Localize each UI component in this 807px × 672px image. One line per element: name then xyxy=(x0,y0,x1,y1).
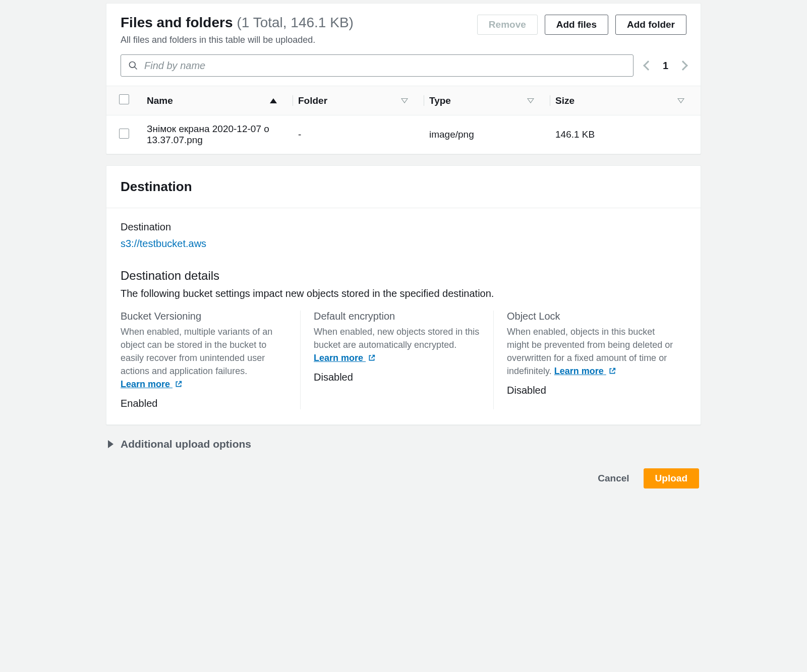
row-checkbox[interactable] xyxy=(119,129,129,139)
chevron-right-icon xyxy=(678,60,688,71)
additional-options-toggle[interactable]: Additional upload options xyxy=(106,436,701,458)
table-row[interactable]: Знімок екрана 2020-12-07 о 13.37.07.png … xyxy=(106,115,701,154)
page-prev-button[interactable] xyxy=(645,60,652,72)
pagination: 1 xyxy=(645,60,686,72)
sort-asc-icon xyxy=(270,98,277,103)
chevron-left-icon xyxy=(643,60,653,71)
search-box[interactable] xyxy=(121,54,633,77)
sort-icon xyxy=(527,98,534,103)
files-title: Files and folders xyxy=(121,15,233,31)
additional-options-label: Additional upload options xyxy=(121,438,251,450)
remove-button[interactable]: Remove xyxy=(477,15,538,35)
destination-details-title: Destination details xyxy=(121,269,686,283)
page-number: 1 xyxy=(663,60,668,72)
detail-heading: Object Lock xyxy=(507,311,673,322)
page-next-button[interactable] xyxy=(679,60,686,72)
search-icon xyxy=(128,60,138,71)
files-counter: (1 Total, 146.1 KB) xyxy=(237,15,354,31)
select-all-checkbox[interactable] xyxy=(119,94,129,104)
destination-title: Destination xyxy=(121,179,686,195)
detail-col-object-lock: Object Lock When enabled, objects in thi… xyxy=(493,311,686,409)
file-name: Знімок екрана 2020-12-07 о 13.37.07.png xyxy=(147,124,269,145)
detail-status: Enabled xyxy=(121,398,287,409)
add-folder-button[interactable]: Add folder xyxy=(615,15,686,35)
detail-status: Disabled xyxy=(314,372,480,383)
file-size: 146.1 KB xyxy=(555,129,595,140)
cancel-button[interactable]: Cancel xyxy=(589,469,638,488)
sort-icon xyxy=(677,98,684,103)
learn-more-link[interactable]: Learn more xyxy=(314,353,376,363)
svg-point-0 xyxy=(130,62,136,68)
detail-col-encryption: Default encryption When enabled, new obj… xyxy=(300,311,493,409)
file-folder: - xyxy=(298,129,301,140)
external-link-icon xyxy=(175,380,183,388)
search-input[interactable] xyxy=(144,60,626,72)
sort-icon xyxy=(401,98,408,103)
files-table: Name Folder Type xyxy=(106,86,701,154)
column-name-header[interactable]: Name xyxy=(147,95,173,106)
column-size-header[interactable]: Size xyxy=(555,95,574,106)
detail-heading: Bucket Versioning xyxy=(121,311,287,322)
detail-col-versioning: Bucket Versioning When enabled, multiple… xyxy=(121,311,300,409)
files-subtitle: All files and folders in this table will… xyxy=(121,35,354,45)
destination-label: Destination xyxy=(121,221,686,233)
upload-button[interactable]: Upload xyxy=(644,468,699,488)
detail-status: Disabled xyxy=(507,385,673,396)
destination-details-subtitle: The following bucket settings impact new… xyxy=(121,288,686,299)
destination-panel: Destination Destination s3://testbucket.… xyxy=(106,165,701,425)
column-type-header[interactable]: Type xyxy=(429,95,451,106)
add-files-button[interactable]: Add files xyxy=(545,15,608,35)
svg-line-1 xyxy=(135,67,137,70)
file-type: image/png xyxy=(429,129,474,140)
caret-right-icon xyxy=(108,440,113,448)
detail-heading: Default encryption xyxy=(314,311,480,322)
files-panel: Files and folders (1 Total, 146.1 KB) Al… xyxy=(106,3,701,154)
external-link-icon xyxy=(608,367,616,375)
external-link-icon xyxy=(368,354,376,362)
detail-desc: When enabled, multiple variants of an ob… xyxy=(121,327,272,376)
column-folder-header[interactable]: Folder xyxy=(298,95,327,106)
learn-more-link[interactable]: Learn more xyxy=(554,366,616,376)
destination-uri-link[interactable]: s3://testbucket.aws xyxy=(121,238,206,249)
learn-more-link[interactable]: Learn more xyxy=(121,379,183,389)
detail-desc: When enabled, new objects stored in this… xyxy=(314,327,479,350)
footer-actions: Cancel Upload xyxy=(106,458,701,509)
